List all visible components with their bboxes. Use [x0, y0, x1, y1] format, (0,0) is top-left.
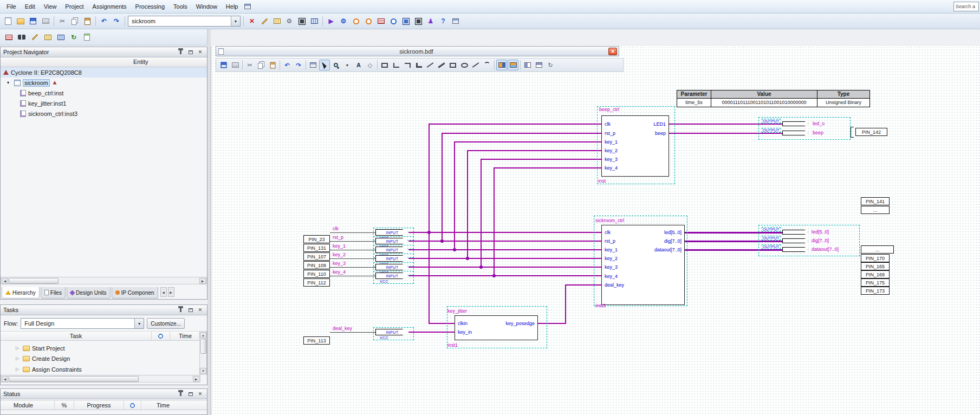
tab-hierarchy[interactable]: Hierarchy	[2, 287, 40, 299]
assignment-table-icon[interactable]	[3, 32, 14, 43]
close-panel-icon[interactable]: ✕	[196, 306, 204, 314]
wire-key-4[interactable]	[408, 275, 601, 276]
new-file-icon[interactable]	[3, 16, 14, 27]
pin-planner-icon[interactable]	[271, 16, 282, 27]
pin-assignment-box[interactable]: PIN_110	[303, 270, 330, 278]
block-name-label[interactable]: key_jitter	[447, 308, 467, 314]
pin-assignment-box[interactable]: PIN_113	[303, 336, 330, 345]
wire-rst-branch[interactable]	[442, 133, 443, 242]
arc-tool-icon[interactable]	[482, 60, 492, 70]
wire-beep-key4[interactable]	[494, 167, 601, 168]
chevron-down-icon[interactable]: ▼	[231, 16, 240, 26]
wire-rst-p[interactable]	[408, 241, 601, 242]
tasks-h-scrollbar[interactable]: ◀ ▶	[1, 375, 200, 382]
input-port-symbol[interactable]: INPUT	[375, 255, 409, 262]
output-port-symbol[interactable]: OUTPUT	[762, 119, 781, 124]
net-label[interactable]: deal_key	[333, 326, 352, 331]
pin-table-icon[interactable]	[42, 32, 53, 43]
block-sickroom-ctrl[interactable]: clk rst_p key_1 key_2 key_3 key_4 deal_k…	[601, 225, 685, 305]
net-label[interactable]: rst_p	[333, 235, 343, 240]
scroll-thumb[interactable]	[9, 278, 59, 284]
find-icon[interactable]	[16, 32, 27, 43]
expand-arrow-icon[interactable]: ▾	[7, 80, 12, 85]
start-compilation-icon[interactable]: ▶	[326, 16, 336, 27]
text-tool-icon[interactable]: A	[353, 60, 364, 70]
block-key-jitter[interactable]: clkin key_in key_posedge	[455, 315, 538, 340]
block-name-label[interactable]: beep_ctrl	[599, 107, 619, 112]
tabs-scroll-right-icon[interactable]: ▶	[168, 287, 174, 297]
print-icon[interactable]	[40, 16, 51, 27]
block-tool-icon[interactable]	[379, 60, 390, 70]
wire-key4-branch[interactable]	[494, 168, 495, 276]
vertical-splitter[interactable]	[207, 29, 211, 415]
open-file-icon[interactable]	[15, 16, 26, 27]
pin-assignment-box[interactable]: PIN_142	[855, 128, 887, 136]
diagonal-bus-tool-icon[interactable]	[436, 60, 447, 70]
wire-beep-key1[interactable]	[454, 141, 601, 142]
net-label[interactable]: led_o	[813, 121, 825, 126]
tree-item-top-entity[interactable]: ▾ sickroom	[1, 77, 207, 88]
close-document-icon[interactable]: ✕	[608, 48, 617, 55]
wire-key-3[interactable]	[408, 267, 601, 268]
net-label[interactable]: beep	[813, 130, 823, 135]
technology-map-icon[interactable]	[388, 16, 399, 27]
redo-icon[interactable]: ↷	[111, 16, 122, 27]
scroll-left-icon[interactable]: ◀	[2, 376, 8, 382]
save-icon[interactable]	[28, 16, 38, 27]
tree-item-instance[interactable]: beep_ctrl:inst	[1, 88, 207, 98]
topics-flag-icon[interactable]	[242, 1, 253, 12]
design-space-explorer-icon[interactable]: ♟	[425, 16, 436, 27]
flow-dropdown[interactable]: Full Design ▼	[21, 318, 144, 329]
edit-cell-icon[interactable]	[29, 32, 40, 43]
input-port-symbol[interactable]: INPUT	[375, 273, 409, 279]
input-port-symbol[interactable]: INPUT	[375, 264, 409, 270]
pin-icon[interactable]	[177, 390, 185, 398]
copy-icon[interactable]	[256, 60, 267, 70]
help-icon[interactable]: ?	[438, 16, 449, 27]
schematic-canvas[interactable]: Parameter Value Type time_5s 00001110111…	[211, 46, 980, 415]
orthogonal-bus-tool-icon[interactable]	[402, 60, 413, 70]
close-panel-icon[interactable]: ✕	[196, 48, 204, 56]
symbol-tool-icon[interactable]: ◇	[365, 60, 375, 70]
zoom-tool-icon[interactable]	[330, 60, 341, 70]
scroll-left-icon[interactable]: ◀	[2, 278, 8, 284]
parameter-table[interactable]: Parameter Value Type time_5s 00001110111…	[677, 90, 870, 107]
menu-help[interactable]: Help	[222, 2, 243, 11]
pin-assignment-box[interactable]: PIN_112	[303, 278, 330, 287]
chip-planner-icon[interactable]	[400, 16, 411, 27]
task-row[interactable]: ▷ Create Design	[1, 353, 200, 364]
expand-arrow-icon[interactable]: ▷	[16, 346, 21, 351]
pin-icon[interactable]	[177, 48, 185, 56]
project-selector-dropdown[interactable]: sickroom ▼	[128, 16, 241, 27]
cut-icon[interactable]: ✂	[244, 60, 255, 70]
pin-assignment-box[interactable]: PIN_165	[861, 262, 890, 270]
menu-tools[interactable]: Tools	[169, 2, 192, 11]
rtl-viewer-icon[interactable]	[375, 16, 386, 27]
programmer-icon[interactable]	[413, 16, 424, 27]
expand-arrow-icon[interactable]: ▷	[16, 367, 21, 372]
output-port-symbol[interactable]: OUTPUT	[762, 244, 781, 249]
net-label[interactable]: led[5..0]	[812, 229, 829, 235]
flip-vertical-icon[interactable]	[534, 60, 544, 70]
redo-icon[interactable]: ↷	[293, 60, 304, 70]
menu-processing[interactable]: Processing	[131, 2, 169, 11]
pin-assignment-box[interactable]: PIN_23	[303, 235, 330, 243]
tree-item-instance[interactable]: key_jitter:inst1	[1, 98, 207, 108]
menu-assignments[interactable]: Assignments	[88, 2, 131, 11]
wire-key2-branch[interactable]	[467, 151, 468, 259]
timequest-analyzer-icon[interactable]	[351, 16, 361, 27]
wire-beep-clk[interactable]	[429, 124, 601, 125]
float-window-icon[interactable]	[186, 306, 194, 314]
paste-icon[interactable]	[82, 16, 93, 27]
wire-key-2[interactable]	[408, 258, 601, 259]
netlist-viewer-icon[interactable]	[309, 16, 320, 27]
scroll-thumb[interactable]	[200, 339, 206, 354]
flip-horizontal-icon[interactable]	[522, 60, 533, 70]
print-icon[interactable]	[230, 60, 241, 70]
task-row[interactable]: ▷ Start Project	[1, 343, 200, 353]
pin-assignment-box[interactable]: ...	[861, 245, 894, 254]
paste-icon[interactable]	[267, 60, 278, 70]
instance-label[interactable]: inst	[598, 178, 606, 184]
pin-assignment-box[interactable]: PIN_141	[861, 197, 890, 205]
wire-beep-key3[interactable]	[481, 159, 601, 160]
